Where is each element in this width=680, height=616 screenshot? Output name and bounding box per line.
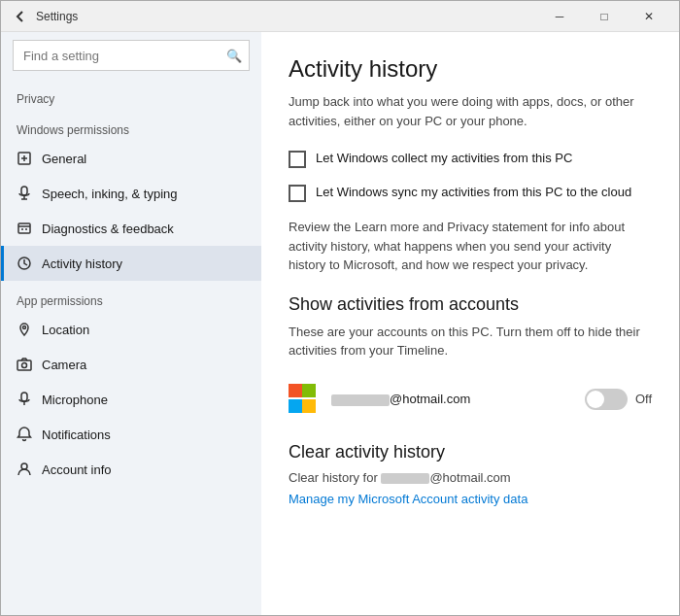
sync-activities-row: Let Windows sync my activities from this… bbox=[289, 184, 652, 202]
ms-logo-yellow bbox=[302, 399, 316, 413]
collect-activities-row: Let Windows collect my activities from t… bbox=[289, 150, 652, 168]
window-controls: ─ □ ✕ bbox=[537, 1, 671, 32]
sidebar-item-activity[interactable]: Activity history bbox=[1, 246, 261, 281]
sidebar-item-account[interactable]: Account info bbox=[1, 452, 261, 487]
sidebar-item-diagnostics[interactable]: Diagnostics & feedback bbox=[1, 211, 261, 246]
speech-icon bbox=[17, 186, 32, 201]
svg-point-11 bbox=[23, 326, 26, 329]
activity-icon bbox=[17, 256, 32, 271]
account-email: @hotmail.com bbox=[331, 392, 573, 406]
accounts-section-desc: These are your accounts on this PC. Turn… bbox=[289, 323, 652, 360]
sidebar-item-notifications[interactable]: Notifications bbox=[1, 417, 261, 452]
sidebar-item-location[interactable]: Location bbox=[1, 312, 261, 347]
clear-email-blur bbox=[381, 473, 429, 484]
sidebar-label-general: General bbox=[42, 152, 86, 166]
search-icon: 🔍 bbox=[226, 49, 242, 63]
email-blur bbox=[331, 394, 390, 406]
ms-logo-red bbox=[289, 384, 302, 397]
sidebar-label-account: Account info bbox=[42, 462, 112, 477]
svg-point-16 bbox=[21, 463, 27, 469]
diagnostics-icon bbox=[17, 221, 32, 236]
account-toggle[interactable] bbox=[585, 389, 628, 410]
sidebar-item-camera[interactable]: Camera bbox=[1, 347, 261, 382]
maximize-button[interactable]: □ bbox=[582, 1, 627, 32]
minimize-button[interactable]: ─ bbox=[537, 1, 582, 32]
camera-icon bbox=[17, 357, 32, 372]
sync-label[interactable]: Let Windows sync my activities from this… bbox=[316, 184, 631, 201]
page-title: Activity history bbox=[289, 55, 652, 83]
sidebar-label-camera: Camera bbox=[42, 358, 86, 372]
sidebar-item-microphone[interactable]: Microphone bbox=[1, 382, 261, 417]
microsoft-logo bbox=[289, 384, 320, 415]
sidebar-label-speech: Speech, inking, & typing bbox=[42, 187, 177, 201]
general-icon bbox=[17, 151, 32, 166]
account-icon bbox=[17, 462, 32, 477]
svg-point-13 bbox=[22, 363, 27, 368]
ms-logo-green bbox=[302, 384, 316, 397]
search-container: 🔍 bbox=[13, 40, 250, 71]
toggle-label: Off bbox=[635, 392, 652, 406]
close-button[interactable]: ✕ bbox=[627, 1, 671, 32]
content-description: Jump back into what you were doing with … bbox=[289, 92, 652, 130]
settings-window: Settings ─ □ ✕ 🔍 Privacy Windows permiss… bbox=[0, 0, 680, 616]
toggle-thumb bbox=[587, 391, 604, 408]
manage-link[interactable]: Manage my Microsoft Account activity dat… bbox=[289, 492, 527, 506]
ms-logo-blue bbox=[289, 399, 302, 413]
clear-desc-suffix: @hotmail.com bbox=[429, 470, 510, 485]
email-suffix: @hotmail.com bbox=[390, 392, 470, 406]
notifications-icon bbox=[17, 427, 32, 442]
svg-rect-14 bbox=[21, 393, 27, 401]
location-icon bbox=[17, 322, 32, 337]
privacy-section-label: Privacy bbox=[1, 79, 261, 110]
svg-rect-3 bbox=[21, 187, 27, 195]
clear-section-desc: Clear history for @hotmail.com bbox=[289, 470, 652, 485]
info-text-content: Review the Learn more and Privacy statem… bbox=[289, 220, 625, 272]
sidebar-item-general[interactable]: General bbox=[1, 141, 261, 176]
collect-checkbox[interactable] bbox=[289, 151, 306, 168]
sidebar-label-diagnostics: Diagnostics & feedback bbox=[42, 222, 174, 236]
sidebar-label-activity: Activity history bbox=[42, 257, 122, 271]
sidebar: 🔍 Privacy Windows permissions General bbox=[1, 32, 261, 615]
clear-section-title: Clear activity history bbox=[289, 442, 652, 462]
svg-rect-12 bbox=[17, 360, 31, 370]
accounts-section-title: Show activities from accounts bbox=[289, 294, 652, 315]
microphone-icon bbox=[17, 392, 32, 407]
account-toggle-container: Off bbox=[585, 389, 652, 410]
titlebar: Settings ─ □ ✕ bbox=[1, 1, 679, 32]
sidebar-label-microphone: Microphone bbox=[42, 393, 108, 407]
svg-rect-6 bbox=[18, 223, 30, 233]
titlebar-title: Settings bbox=[36, 10, 537, 23]
info-paragraph: Review the Learn more and Privacy statem… bbox=[289, 218, 652, 275]
windows-permissions-label: Windows permissions bbox=[1, 110, 261, 141]
account-row: @hotmail.com Off bbox=[289, 376, 652, 423]
app-permissions-label: App permissions bbox=[1, 281, 261, 312]
main-layout: 🔍 Privacy Windows permissions General bbox=[1, 32, 679, 615]
back-button[interactable] bbox=[9, 5, 32, 28]
collect-label[interactable]: Let Windows collect my activities from t… bbox=[316, 150, 572, 167]
sidebar-label-notifications: Notifications bbox=[42, 428, 111, 442]
sidebar-label-location: Location bbox=[42, 323, 89, 337]
sidebar-item-speech[interactable]: Speech, inking, & typing bbox=[1, 176, 261, 211]
search-input[interactable] bbox=[13, 40, 250, 71]
clear-desc-prefix: Clear history for bbox=[289, 470, 381, 485]
sync-checkbox[interactable] bbox=[289, 185, 306, 202]
content-area: Activity history Jump back into what you… bbox=[261, 32, 679, 615]
